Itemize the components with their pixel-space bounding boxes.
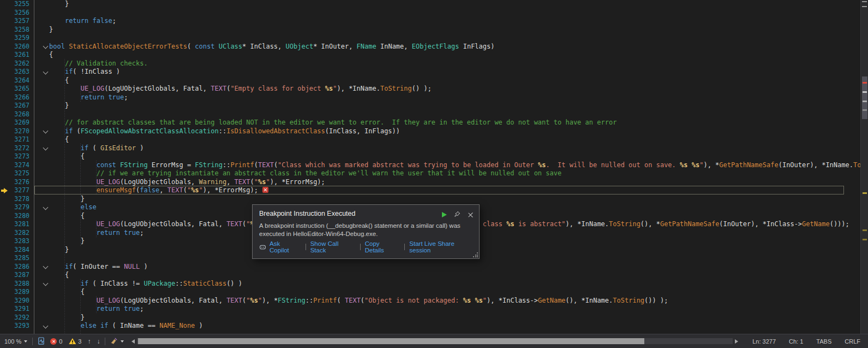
code-line[interactable]: const FString ErrorMsg = FString::Printf… [49,161,860,170]
line-number[interactable]: 3258 [0,26,29,34]
next-issue-icon[interactable]: ↓ [97,338,100,345]
line-number[interactable]: 3278 [0,195,29,204]
code-line[interactable]: // for abstract classes that are being l… [49,119,616,127]
resize-grip[interactable] [473,252,478,257]
line-number[interactable]: 3290 [0,297,29,305]
line-number[interactable]: 3293 [0,322,29,331]
horizontal-scrollbar-thumb[interactable] [138,338,644,344]
code-line[interactable]: if ( GIsEditor ) [49,144,143,153]
code-line[interactable]: return false; [49,17,116,26]
code-line[interactable]: if (FScopedAllowAbstractClassAllocation:… [49,127,400,136]
line-number[interactable]: 3255 [0,0,29,9]
line-number[interactable]: 3256 [0,9,29,17]
fold-chevron-icon[interactable] [43,69,49,74]
line-number[interactable]: 3264 [0,76,29,85]
line-number[interactable]: 3274 [0,161,29,170]
line-number[interactable]: 3280 [0,212,29,221]
code-line[interactable]: if( !InClass ) [49,68,120,76]
code-line[interactable]: else [49,203,97,212]
line-number[interactable]: 3266 [0,93,29,102]
line-number[interactable]: 3257 [0,17,29,26]
line-number[interactable]: 3292 [0,314,29,322]
chevron-down-icon[interactable] [24,340,27,343]
warning-count[interactable]: 3 [78,338,81,345]
code-cleanup-icon[interactable] [110,338,118,345]
fold-chevron-icon[interactable] [43,145,49,151]
code-line[interactable]: { [49,76,69,85]
code-line[interactable]: else if ( InName == NAME_None ) [49,322,203,331]
execution-pointer-icon[interactable] [1,188,8,193]
fold-chevron-icon[interactable] [43,323,49,328]
code-line[interactable]: { [49,271,69,280]
line-number[interactable]: 3287 [0,271,29,280]
horizontal-scrollbar-track[interactable] [137,338,733,344]
line-number[interactable]: 3263 [0,68,29,76]
zoom-level[interactable]: 100 % [4,338,21,345]
scroll-right-arrow-icon[interactable] [735,339,738,344]
code-line[interactable]: UE_LOG(LogUObjectGlobals, Fatal, TEXT("%… [49,297,668,305]
line-number[interactable]: 3269 [0,119,29,127]
previous-issue-icon[interactable]: ↑ [87,338,91,345]
code-line[interactable]: if ( InClass != UPackage::StaticClass() … [49,280,242,288]
code-line[interactable]: } [49,246,69,255]
line-number[interactable]: 3271 [0,135,29,144]
code-line[interactable]: } [49,195,85,204]
line-number[interactable]: 3279 [0,203,29,212]
code-line[interactable]: return true; [49,305,143,314]
code-line[interactable]: } [49,0,69,9]
continue-play-icon[interactable] [442,212,447,217]
code-line[interactable]: { [49,288,85,297]
code-area[interactable]: } return false;}bool StaticAllocateObjec… [49,0,860,334]
code-line[interactable]: return true; [49,229,143,238]
line-number[interactable]: 3259 [0,34,29,43]
column-indicator[interactable]: Ch: 1 [789,338,803,345]
line-number[interactable]: 3260 [0,43,29,51]
fold-margin[interactable] [43,0,49,334]
document-health-icon[interactable] [38,337,45,345]
start-live-share-link[interactable]: Start Live Share session [409,240,477,253]
error-count-icon[interactable] [50,338,57,345]
line-number[interactable]: 3272 [0,144,29,153]
code-line[interactable]: if( InOuter == NULL ) [49,263,148,272]
fold-chevron-icon[interactable] [43,44,49,49]
line-number[interactable]: 3291 [0,305,29,314]
eol-indicator[interactable]: CRLF [845,338,860,345]
line-number[interactable]: 3283 [0,237,29,246]
line-number[interactable]: 3262 [0,60,29,68]
fold-chevron-icon[interactable] [43,204,49,210]
code-line[interactable]: UE_LOG(LogUObjectGlobals, Fatal, TEXT("E… [49,85,432,93]
show-call-stack-link[interactable]: Show Call Stack [310,240,356,253]
line-number[interactable]: 3268 [0,110,29,119]
line-number[interactable]: 3267 [0,102,29,110]
line-number[interactable]: 3281 [0,220,29,229]
code-line[interactable]: } [49,26,53,34]
copy-details-link[interactable]: Copy Details [365,240,400,253]
line-number[interactable]: 3261 [0,51,29,60]
pin-icon[interactable] [454,210,460,220]
line-number[interactable]: 3265 [0,85,29,93]
fold-chevron-icon[interactable] [43,264,49,269]
split-editor-handle[interactable] [862,1,867,7]
line-number[interactable]: 3289 [0,288,29,297]
error-glyph-icon[interactable] [262,187,268,193]
code-line[interactable]: bool StaticAllocateObjectErrorTests( con… [49,43,495,51]
code-line[interactable]: { [49,212,85,221]
scroll-left-arrow-icon[interactable] [131,339,135,344]
code-line[interactable]: } [49,237,85,246]
fold-chevron-icon[interactable] [43,128,49,134]
ask-copilot-link[interactable]: Ask Copilot [270,240,301,253]
line-number[interactable]: 3288 [0,280,29,288]
code-line[interactable]: { [49,51,53,60]
code-line[interactable]: } [49,314,85,322]
line-number[interactable]: 3286 [0,263,29,272]
line-number[interactable]: 3273 [0,152,29,161]
vertical-scrollbar[interactable] [860,0,868,334]
code-line[interactable]: { [49,135,69,144]
line-indicator[interactable]: Ln: 3277 [752,338,776,345]
code-line[interactable]: { [49,152,85,161]
code-line[interactable]: return true; [49,93,128,102]
code-line[interactable]: ensureMsgf(false, TEXT("%s"), *ErrorMsg)… [49,186,268,195]
line-number[interactable]: 3276 [0,178,29,187]
horizontal-scrollbar[interactable] [131,338,738,344]
line-number[interactable]: 3275 [0,169,29,178]
